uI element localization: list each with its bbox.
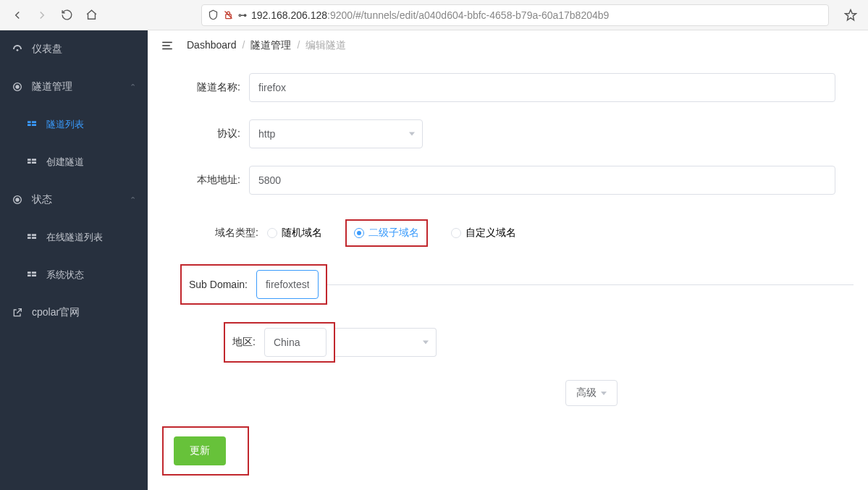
- grid-icon: [26, 119, 38, 130]
- lock-slash-icon: [223, 9, 234, 20]
- svg-rect-7: [28, 124, 31, 126]
- sidebar-item-status[interactable]: 状态 ⌃: [0, 181, 148, 219]
- sidebar-item-tunnel-manage[interactable]: 隧道管理 ⌃: [0, 68, 148, 106]
- back-button[interactable]: [9, 7, 26, 24]
- breadcrumb-item[interactable]: 隧道管理: [250, 39, 291, 52]
- grid-icon: [26, 269, 38, 281]
- circle-icon: [12, 194, 23, 206]
- topbar: Dashboard / 隧道管理 / 编辑隧道: [148, 30, 868, 60]
- region-label: 地区:: [232, 336, 258, 349]
- sidebar-item-online-tunnels[interactable]: 在线隧道列表: [0, 219, 148, 256]
- svg-rect-16: [32, 234, 36, 236]
- shield-icon: [208, 9, 219, 20]
- bookmark-button[interactable]: [842, 7, 859, 24]
- sidebar-item-create-tunnel[interactable]: 创建隧道: [0, 143, 148, 181]
- caret-down-icon: [601, 392, 607, 395]
- home-button[interactable]: [83, 7, 100, 24]
- protocol-label: 协议:: [162, 127, 249, 140]
- svg-rect-10: [32, 159, 36, 161]
- circle-icon: [12, 81, 23, 93]
- svg-rect-18: [32, 237, 36, 239]
- domain-type-radio-group: 随机域名 二级子域名 自定义域名: [267, 219, 516, 247]
- svg-rect-5: [28, 121, 31, 123]
- radio-subdomain[interactable]: 二级子域名: [354, 227, 419, 240]
- sidebar-item-cpolar-site[interactable]: cpolar官网: [0, 294, 148, 331]
- address-bar[interactable]: ⊶ 192.168.206.128:9200/#/tunnels/edit/a0…: [201, 4, 829, 26]
- radio-icon: [267, 228, 277, 238]
- radio-icon: [451, 228, 461, 238]
- update-button[interactable]: 更新: [174, 436, 226, 465]
- svg-rect-21: [28, 274, 31, 276]
- tunnel-name-input[interactable]: [249, 73, 835, 102]
- svg-rect-17: [28, 237, 31, 239]
- radio-icon: [354, 228, 364, 238]
- svg-rect-11: [28, 161, 31, 164]
- url-text: 192.168.206.128:9200/#/tunnels/edit/a040…: [251, 9, 822, 21]
- edit-tunnel-form: 隧道名称: 协议: http 本地地址: 域名类型: 随机域名: [148, 60, 868, 490]
- subdomain-input[interactable]: [256, 270, 319, 299]
- menu-toggle-icon[interactable]: [161, 39, 174, 52]
- advanced-button[interactable]: 高级: [565, 380, 618, 406]
- protocol-value: http: [258, 128, 275, 140]
- forward-button[interactable]: [33, 7, 51, 24]
- region-value: China: [274, 337, 300, 348]
- sidebar-item-label: 系统状态: [46, 269, 136, 282]
- sidebar-item-tunnel-list[interactable]: 隧道列表: [0, 106, 148, 143]
- svg-rect-6: [32, 121, 36, 123]
- sidebar-item-label: 隧道管理: [32, 80, 121, 93]
- sidebar-item-label: 仪表盘: [32, 43, 136, 56]
- local-addr-label: 本地地址:: [162, 174, 249, 187]
- dashboard-icon: [12, 43, 23, 55]
- region-value-box: China: [264, 328, 326, 357]
- breadcrumb-item[interactable]: Dashboard: [187, 39, 237, 52]
- sidebar-item-system-status[interactable]: 系统状态: [0, 256, 148, 294]
- svg-rect-12: [32, 161, 36, 164]
- browser-toolbar: ⊶ 192.168.206.128:9200/#/tunnels/edit/a0…: [0, 0, 868, 30]
- sidebar-item-label: 在线隧道列表: [46, 231, 136, 244]
- chevron-up-icon: ⌃: [130, 195, 136, 205]
- breadcrumb: Dashboard / 隧道管理 / 编辑隧道: [187, 39, 346, 52]
- region-select[interactable]: [335, 328, 437, 357]
- subdomain-label: Sub Domain:: [189, 279, 250, 290]
- tunnel-name-label: 隧道名称:: [162, 81, 249, 94]
- svg-rect-9: [28, 159, 31, 161]
- svg-rect-8: [32, 124, 36, 126]
- sidebar: 仪表盘 隧道管理 ⌃ 隧道列表 创建隧道 状态 ⌃ 在线隧道列表 系统状态: [0, 30, 148, 490]
- svg-rect-20: [32, 271, 36, 274]
- protocol-select[interactable]: http: [249, 119, 423, 148]
- sidebar-item-label: 创建隧道: [46, 156, 136, 169]
- sidebar-item-label: 隧道列表: [46, 118, 136, 131]
- svg-point-14: [16, 198, 19, 201]
- grid-icon: [26, 232, 38, 243]
- radio-random-domain[interactable]: 随机域名: [267, 227, 322, 240]
- svg-rect-22: [32, 274, 36, 276]
- grid-icon: [26, 156, 38, 168]
- reload-button[interactable]: [58, 7, 75, 24]
- sidebar-item-dashboard[interactable]: 仪表盘: [0, 30, 148, 68]
- svg-rect-15: [28, 234, 31, 236]
- local-addr-input[interactable]: [249, 166, 835, 195]
- external-link-icon: [12, 307, 23, 318]
- domain-type-label: 域名类型:: [162, 227, 267, 240]
- svg-point-4: [16, 85, 19, 88]
- svg-rect-19: [28, 271, 31, 274]
- update-label: 更新: [190, 444, 210, 456]
- radio-custom-domain[interactable]: 自定义域名: [451, 227, 516, 240]
- sidebar-item-label: 状态: [32, 193, 121, 206]
- advanced-label: 高级: [576, 386, 597, 400]
- svg-point-2: [17, 49, 19, 51]
- chevron-up-icon: ⌃: [130, 83, 136, 92]
- sidebar-item-label: cpolar官网: [32, 306, 136, 319]
- breadcrumb-current: 编辑隧道: [306, 39, 346, 52]
- key-icon: ⊶: [238, 10, 247, 20]
